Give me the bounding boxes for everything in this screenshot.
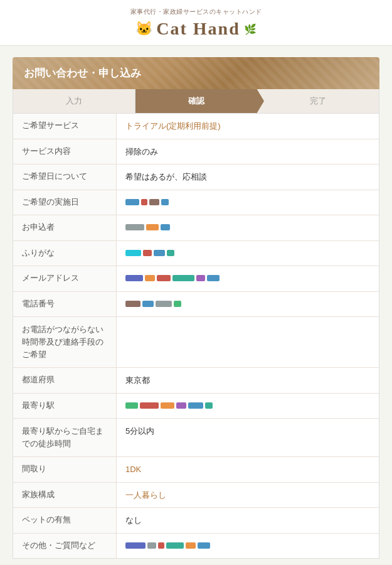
leaf-icon: 🌿 <box>244 23 257 35</box>
field-label: 最寄り駅からご自宅までの徒歩時間 <box>13 419 117 457</box>
redacted-kana <box>125 250 174 256</box>
table-row: ご希望サービス トライアル(定期利用前提) <box>13 114 379 139</box>
redacted-name <box>125 224 170 230</box>
field-value-redacted <box>117 266 379 292</box>
field-label: お申込者 <box>13 215 117 241</box>
table-row: その他・ご質問など <box>13 533 379 559</box>
table-row: ペットの有無 なし <box>13 508 379 534</box>
field-label: お電話がつながらない時間帯及び連絡手段のご希望 <box>13 317 117 368</box>
table-row: ご希望日について 希望はあるが、応相談 <box>13 164 379 190</box>
table-row: 最寄り駅 <box>13 393 379 419</box>
logo-text: Cat Hand <box>156 19 240 39</box>
field-value-redacted <box>117 533 379 559</box>
field-label: 最寄り駅 <box>13 393 117 419</box>
field-label: ふりがな <box>13 240 117 266</box>
family-link[interactable]: 一人暮らし <box>125 490 166 500</box>
field-value: なし <box>117 508 379 534</box>
field-value: 東京都 <box>117 368 379 394</box>
table-row: 最寄り駅からご自宅までの徒歩時間 5分以内 <box>13 419 379 457</box>
field-label: その他・ご質問など <box>13 533 117 559</box>
field-value-redacted <box>117 393 379 419</box>
table-row: 間取り 1DK <box>13 457 379 483</box>
field-value-redacted <box>117 215 379 241</box>
form-table: ご希望サービス トライアル(定期利用前提) サービス内容 掃除のみ ご希望日につ… <box>13 114 379 559</box>
cat-icon: 🐱 <box>135 21 152 37</box>
field-value-redacted <box>117 291 379 317</box>
table-row: お申込者 <box>13 215 379 241</box>
field-label: 家族構成 <box>13 482 117 508</box>
field-label: 都道府県 <box>13 368 117 394</box>
field-value-redacted <box>117 240 379 266</box>
header: 家事代行・家政婦サービスのキャットハンド 🐱 Cat Hand 🌿 <box>0 0 392 46</box>
redacted-station <box>125 402 213 409</box>
field-value: 希望はあるが、応相談 <box>117 164 379 190</box>
table-row: 家族構成 一人暮らし <box>13 482 379 508</box>
section-title: お問い合わせ・申し込み <box>24 67 141 79</box>
redacted-email <box>125 275 220 281</box>
field-label: ご希望の実施日 <box>13 190 117 215</box>
field-label: ペットの有無 <box>13 508 117 534</box>
field-value-empty <box>117 317 379 368</box>
field-label: ご希望サービス <box>13 114 117 139</box>
field-label: 間取り <box>13 457 117 483</box>
field-value: 掃除のみ <box>117 139 379 164</box>
step-complete: 完了 <box>257 89 379 113</box>
field-label: 電話番号 <box>13 291 117 317</box>
field-label: ご希望日について <box>13 164 117 190</box>
field-label: サービス内容 <box>13 139 117 164</box>
section-header: お問い合わせ・申し込み <box>13 57 379 89</box>
table-row: サービス内容 掃除のみ <box>13 139 379 164</box>
redacted-phone <box>125 301 181 307</box>
field-label: メールアドレス <box>13 266 117 292</box>
step-confirm: 確認 <box>135 89 258 113</box>
table-row: 都道府県 東京都 <box>13 368 379 394</box>
main-content: お問い合わせ・申し込み 入力 確認 完了 ご希望サービス トライアル(定期利用前… <box>0 46 392 565</box>
table-row: メールアドレス <box>13 266 379 292</box>
floor-plan-link[interactable]: 1DK <box>125 465 141 474</box>
redacted-date <box>125 199 169 205</box>
field-value: 1DK <box>117 457 379 483</box>
header-logo: 🐱 Cat Hand 🌿 <box>0 19 392 39</box>
service-link[interactable]: トライアル(定期利用前提) <box>125 121 221 131</box>
field-value: 5分以内 <box>117 419 379 457</box>
table-row: 電話番号 <box>13 291 379 317</box>
field-value: トライアル(定期利用前提) <box>117 114 379 139</box>
field-value: 一人暮らし <box>117 482 379 508</box>
redacted-other <box>125 542 210 549</box>
step-input: 入力 <box>13 89 135 113</box>
steps-bar: 入力 確認 完了 <box>13 89 379 114</box>
field-value-redacted <box>117 190 379 215</box>
table-row: ふりがな <box>13 240 379 266</box>
table-row: お電話がつながらない時間帯及び連絡手段のご希望 <box>13 317 379 368</box>
table-row: ご希望の実施日 <box>13 190 379 215</box>
header-subtitle: 家事代行・家政婦サービスのキャットハンド <box>0 8 392 16</box>
